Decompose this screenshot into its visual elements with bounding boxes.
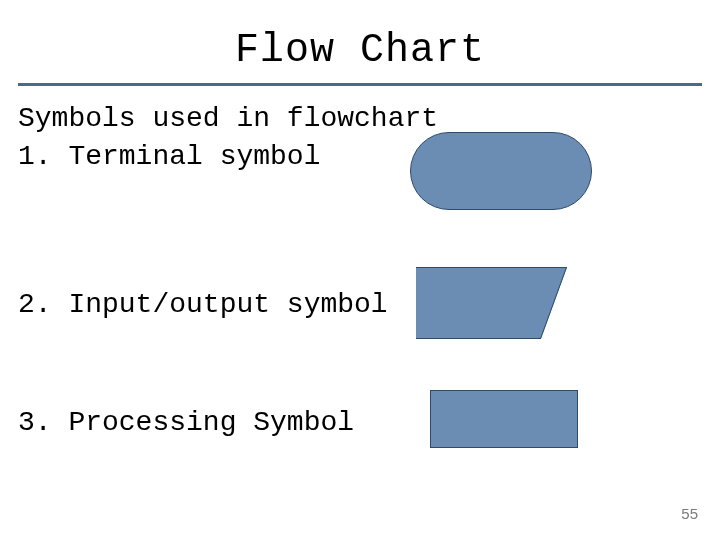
spacer [18, 346, 702, 404]
list-item: 2. Input/output symbol [18, 286, 702, 346]
terminal-symbol [410, 132, 592, 210]
item-label-1: 1. Terminal symbol [18, 141, 320, 172]
spacer [18, 198, 702, 286]
page-title: Flow Chart [18, 28, 702, 73]
page-number: 55 [681, 505, 698, 522]
intro-text: Symbols used in flowchart [18, 100, 702, 138]
item-label-2: 2. Input/output symbol [18, 289, 388, 320]
slide: Flow Chart Symbols used in flowchart 1. … [0, 0, 720, 540]
item-label-3: 3. Processing Symbol [18, 407, 354, 438]
io-symbol [416, 266, 584, 340]
list-item: 1. Terminal symbol [18, 138, 702, 198]
title-divider [18, 83, 702, 86]
list-item: 3. Processing Symbol [18, 404, 702, 464]
io-shape-inner [416, 267, 567, 339]
process-symbol [430, 390, 578, 448]
